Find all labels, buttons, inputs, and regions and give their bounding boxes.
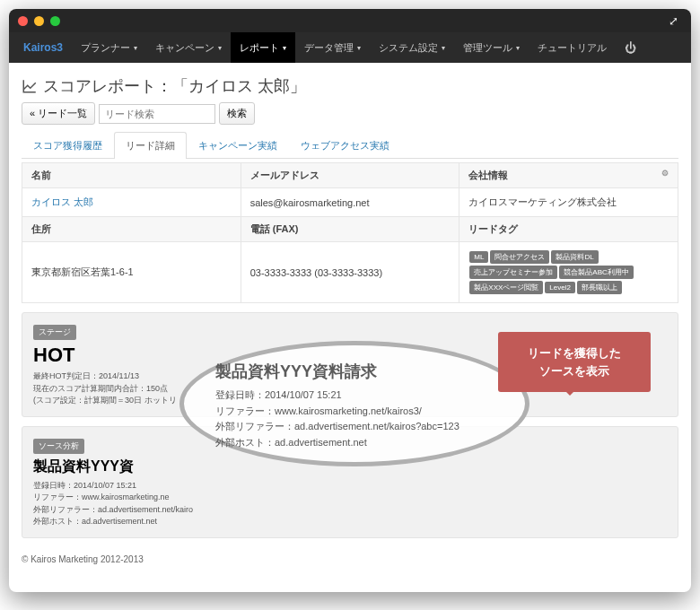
close-dot[interactable] — [18, 16, 28, 26]
th-company: 会社情報 ⚙ — [459, 163, 678, 188]
th-name: 名前 — [22, 163, 241, 188]
tab-3[interactable]: ウェブアクセス実績 — [289, 132, 401, 159]
lead-tag[interactable]: 問合せアクセス — [490, 250, 549, 264]
back-button[interactable]: « リード一覧 — [22, 102, 95, 125]
content-area: スコアレポート：「カイロス 太郎」 « リード一覧 検索 スコア獲得履歴リード詳… — [9, 63, 691, 545]
maximize-dot[interactable] — [50, 16, 60, 26]
nav-item-6[interactable]: チュートリアル — [529, 32, 616, 63]
nav-item-4[interactable]: システム設定▾ — [370, 32, 454, 63]
lead-tag[interactable]: 競合製品ABC利用中 — [559, 266, 633, 279]
chart-icon — [22, 78, 38, 94]
nav-item-5[interactable]: 管理ツール▾ — [454, 32, 529, 63]
th-email: メールアドレス — [241, 163, 459, 188]
source-meta: 登録日時：2014/10/07 15:21 リファラー：www.kairosma… — [33, 480, 667, 528]
toolbar: « リード一覧 検索 — [22, 102, 678, 125]
stage-label: ステージ — [33, 325, 76, 340]
lead-tag[interactable]: 部長職以上 — [577, 281, 622, 294]
minimize-dot[interactable] — [34, 16, 44, 26]
tab-0[interactable]: スコア獲得履歴 — [22, 132, 114, 159]
tab-1[interactable]: リード詳細 — [114, 132, 187, 159]
nav-item-1[interactable]: キャンペーン▾ — [146, 32, 231, 63]
source-label: ソース分析 — [33, 439, 84, 454]
th-phone: 電話 (FAX) — [241, 217, 459, 242]
gear-icon[interactable]: ⚙ — [661, 169, 669, 178]
navbar: Kairos3 プランナー▾キャンペーン▾レポート▾データ管理▾システム設定▾管… — [9, 32, 691, 63]
search-button[interactable]: 検索 — [219, 102, 255, 125]
lead-phone: 03-3333-3333 (03-3333-3333) — [241, 242, 459, 303]
window-titlebar: ⤢ — [9, 9, 691, 32]
lead-name-link[interactable]: カイロス 太郎 — [31, 196, 93, 207]
power-icon[interactable]: ⏻ — [616, 41, 645, 55]
expand-icon[interactable]: ⤢ — [669, 14, 678, 28]
app-window: ⤢ Kairos3 プランナー▾キャンペーン▾レポート▾データ管理▾システム設定… — [9, 9, 691, 592]
tab-2[interactable]: キャンペーン実績 — [187, 132, 289, 159]
lead-tag[interactable]: 製品XXXページ閲覧 — [469, 281, 543, 294]
lead-tag[interactable]: ML — [469, 251, 488, 263]
brand-logo[interactable]: Kairos3 — [14, 41, 72, 54]
page-title: スコアレポート：「カイロス 太郎」 — [22, 70, 678, 102]
zoom-content: 製品資料YYY資料請求 登録日時：2014/10/07 15:21 リファラー：… — [215, 361, 503, 450]
nav-item-2[interactable]: レポート▾ — [231, 32, 295, 63]
lead-company: カイロスマーケティング株式会社 — [459, 188, 678, 217]
callout-tooltip: リードを獲得した ソースを表示 — [498, 332, 651, 392]
lead-address: 東京都新宿区若葉1-6-1 — [22, 242, 241, 303]
lead-search-input[interactable] — [99, 104, 215, 124]
footer: © Kairos Marketing 2012-2013 — [9, 545, 691, 573]
lead-tag[interactable]: Level2 — [545, 282, 575, 293]
lead-tag[interactable]: 売上アップセミナー参加 — [469, 266, 557, 279]
lead-detail-table: 名前 メールアドレス 会社情報 ⚙ カイロス 太郎 sales@kairosma… — [22, 162, 678, 303]
tabs: スコア獲得履歴リード詳細キャンペーン実績ウェブアクセス実績 — [22, 132, 678, 159]
th-tags: リードタグ — [459, 217, 678, 242]
nav-item-0[interactable]: プランナー▾ — [72, 32, 146, 63]
lead-email: sales@kairosmarketing.net — [241, 188, 459, 217]
lead-tags-cell: ML問合せアクセス製品資料DL売上アップセミナー参加競合製品ABC利用中製品XX… — [459, 242, 678, 303]
lead-tag[interactable]: 製品資料DL — [551, 250, 598, 264]
zoom-overlay: 製品資料YYY資料請求 登録日時：2014/10/07 15:21 リファラー：… — [179, 341, 529, 466]
nav-item-3[interactable]: データ管理▾ — [295, 32, 370, 63]
th-address: 住所 — [22, 217, 241, 242]
